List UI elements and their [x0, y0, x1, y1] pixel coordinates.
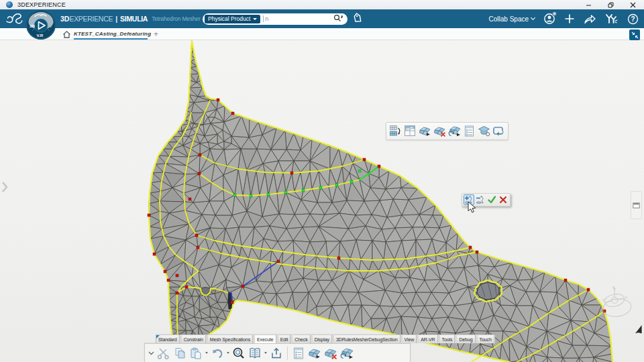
import-mesh-button[interactable] — [388, 124, 402, 138]
collapse-toolbar-chevron[interactable] — [146, 351, 156, 355]
window-title: 3DEXPERIENCE — [17, 1, 66, 8]
ribbon-tab-constrain[interactable]: Constrain — [182, 335, 206, 343]
undo-dropdown[interactable] — [225, 352, 231, 354]
new-tab-button[interactable]: + — [154, 29, 158, 39]
brand: 3DEXPERIENCE|SIMULIATetrahedron Mesher — [60, 9, 201, 28]
dropdown-caret-icon — [264, 352, 267, 354]
tool-icon — [232, 347, 246, 360]
close-icon — [630, 2, 636, 8]
close-button[interactable] — [622, 0, 644, 9]
tag-icon[interactable] — [352, 13, 364, 25]
svg-text:?: ? — [631, 15, 635, 23]
mesh-model[interactable] — [0, 40, 644, 362]
ribbon-tab-execute[interactable]: Execute — [255, 335, 276, 343]
mesh-run-button[interactable] — [307, 345, 323, 361]
ribbon-tab-ar-vr[interactable]: AR-VR — [419, 335, 437, 343]
left-panel-expander[interactable] — [1, 180, 9, 197]
ribbon-tab-label: Debug — [459, 337, 472, 342]
minimize-button[interactable] — [578, 0, 600, 9]
update-mesh-button[interactable] — [447, 124, 462, 138]
brand-simulia: SIMULIA — [120, 15, 148, 23]
restore-button[interactable] — [600, 0, 622, 9]
os-titlebar: 3DEXPERIENCE — [0, 0, 644, 9]
ribbon-tab-mesh-specifications[interactable]: Mesh Specifications — [208, 335, 253, 343]
compass-south-label: V.R — [37, 33, 44, 38]
ribbon-tab-label: Execute — [257, 337, 274, 342]
tool-icon — [419, 125, 431, 137]
document-tab[interactable]: KTEST_CAsting_Defeaturing — [74, 31, 151, 37]
ribbon-tab-label: Check — [294, 337, 307, 342]
magnifier-glyph — [333, 14, 343, 22]
dropdown-caret-icon — [205, 352, 208, 354]
tool-icon — [487, 195, 496, 204]
search-bar[interactable]: Physical Product n — [203, 13, 347, 25]
mesh-list-button[interactable] — [462, 124, 476, 138]
zoom-button[interactable] — [231, 345, 247, 361]
svg-text:x: x — [625, 295, 627, 299]
community-people-glyph — [604, 13, 619, 24]
notification-badge — [552, 11, 557, 16]
mesh-list-button[interactable] — [290, 345, 307, 361]
ribbon-tab-check[interactable]: Check — [292, 335, 310, 343]
3d-viewport[interactable]: zxy Standard Constrain Mesh Specificatio… — [0, 40, 644, 362]
catalog-dropdown[interactable] — [263, 352, 268, 354]
plus-glyph — [564, 13, 575, 24]
ribbon-tab-edit[interactable]: Edit — [278, 335, 291, 343]
svg-text:z: z — [612, 285, 614, 289]
unmesh-button[interactable] — [323, 345, 339, 361]
document-tab-bar: KTEST_CAsting_Defeaturing + — [0, 28, 644, 40]
search-input[interactable]: n — [263, 15, 268, 22]
home-icon[interactable] — [62, 30, 71, 39]
tool-icon — [248, 347, 262, 360]
search-options-icon[interactable] — [333, 13, 343, 25]
replay-button[interactable] — [492, 124, 506, 138]
ribbon-tab-touch[interactable]: Touch — [478, 335, 494, 343]
add-icon[interactable] — [564, 13, 575, 24]
cut-button[interactable] — [156, 345, 172, 361]
catalog-book-button[interactable] — [247, 345, 263, 361]
active-tab-underline — [74, 38, 148, 40]
viewport-restore-button[interactable] — [629, 29, 640, 40]
export-button[interactable] — [268, 345, 284, 361]
ok-button[interactable] — [486, 194, 497, 205]
chevron-down-icon — [148, 351, 154, 355]
ribbon-tab-tools[interactable]: Tools — [440, 335, 455, 343]
tool-icon — [173, 347, 186, 360]
learn-button[interactable] — [477, 124, 491, 138]
collab-space-selector[interactable]: Collab Space — [489, 15, 535, 23]
mouse-cursor — [468, 201, 477, 214]
surface-mesh-panel-button[interactable] — [403, 124, 417, 138]
tool-icon — [492, 125, 505, 137]
ribbon-tab-label: View — [405, 337, 415, 342]
update-mesh-button[interactable] — [339, 345, 355, 361]
ribbon-tab-3drulesmesherdebugsection[interactable]: 3DRulesMesherDebugSection — [334, 335, 400, 343]
community-icon[interactable] — [604, 13, 619, 24]
3dexperience-compass[interactable]: 3D i V.R — [25, 9, 56, 40]
ribbon-tab-label: Display — [315, 337, 329, 342]
toolbar-separator — [287, 347, 288, 360]
help-icon[interactable]: ? — [627, 13, 639, 25]
ribbon-tab-standard[interactable]: Standard — [156, 335, 180, 343]
share-icon[interactable] — [584, 14, 596, 24]
tool-icon — [292, 347, 305, 360]
chevron-down-icon — [253, 18, 257, 20]
ribbon-tab-view[interactable]: View — [402, 335, 417, 343]
paste-dropdown[interactable] — [204, 352, 209, 354]
ribbon-tab-label: Constrain — [184, 337, 203, 342]
right-panel-handle[interactable] — [631, 191, 642, 219]
undo-button[interactable] — [209, 345, 225, 361]
secondary-cursor — [635, 324, 643, 335]
tool-icon — [189, 347, 203, 360]
cancel-button[interactable] — [498, 194, 508, 205]
search-scope-button[interactable]: Physical Product — [205, 15, 260, 23]
paste-button[interactable] — [188, 345, 204, 361]
tool-icon — [270, 347, 283, 360]
copy-button[interactable] — [172, 345, 188, 361]
unmesh-button[interactable] — [433, 124, 447, 138]
ribbon-tab-display[interactable]: Display — [313, 335, 332, 343]
mesh-run-button[interactable] — [418, 124, 432, 138]
navigation-compass-ghost[interactable]: zxy — [596, 285, 637, 324]
ribbon-tab-debug[interactable]: Debug — [457, 335, 475, 343]
user-avatar-icon[interactable] — [543, 13, 555, 25]
ribbon-toolbar — [144, 343, 411, 362]
